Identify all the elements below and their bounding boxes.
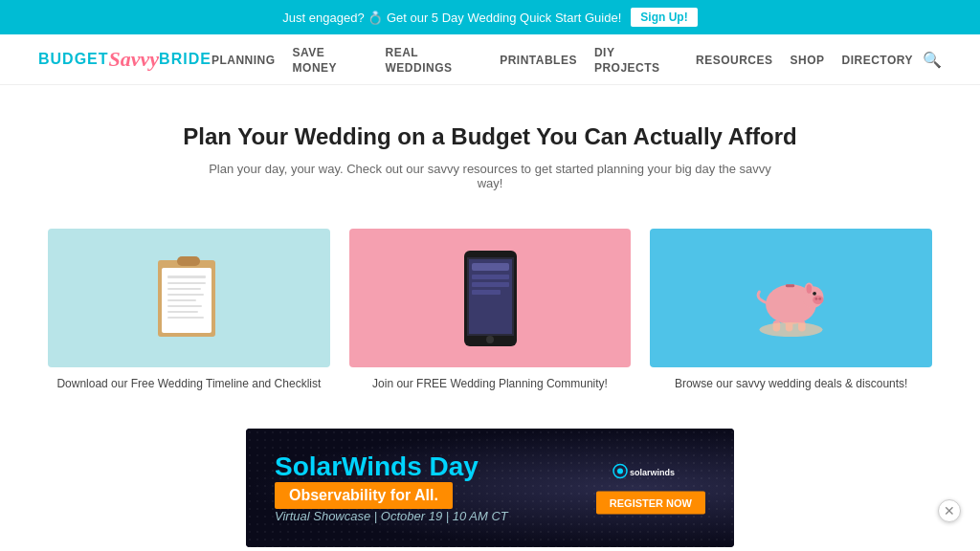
svg-point-23 [818, 298, 821, 300]
navbar: BUDGET Savvy BRIDE PLANNING SAVE MONEY R… [0, 34, 980, 85]
svg-rect-2 [177, 256, 200, 266]
close-button[interactable]: ✕ [938, 499, 961, 522]
svg-point-24 [813, 292, 816, 296]
svg-point-33 [617, 468, 623, 474]
logo-savvy: Savvy [109, 47, 160, 72]
signup-button[interactable]: Sign Up! [631, 8, 697, 27]
svg-rect-4 [167, 282, 206, 284]
card-timeline[interactable]: Download our Free Wedding Timeline and C… [48, 229, 330, 390]
card-caption-deals: Browse our savvy wedding deals & discoun… [650, 377, 932, 390]
nav-real-weddings[interactable]: REAL WEDDINGS [386, 44, 483, 75]
svg-rect-8 [167, 305, 202, 307]
card-community[interactable]: Join our FREE Wedding Planning Community… [349, 229, 632, 390]
ad-title: SolarWinds Day [275, 452, 543, 482]
card-deals[interactable]: Browse our savvy wedding deals & discoun… [650, 229, 932, 390]
nav-resources[interactable]: RESOURCES [696, 52, 773, 67]
card-image-piggybank [650, 229, 932, 367]
search-icon[interactable]: 🔍 [923, 51, 942, 69]
hero-section: Plan Your Wedding on a Budget You Can Ac… [0, 85, 980, 209]
svg-point-31 [760, 322, 823, 337]
ad-banner: Ad SolarWinds Day Observability for All.… [246, 429, 734, 547]
nav-planning[interactable]: PLANNING [212, 52, 276, 67]
card-caption-timeline: Download our Free Wedding Timeline and C… [48, 377, 330, 390]
nav-links: PLANNING SAVE MONEY REAL WEDDINGS PRINTA… [212, 44, 913, 75]
ad-register-area: solarwinds REGISTER NOW [596, 461, 705, 514]
svg-rect-9 [167, 311, 198, 313]
logo[interactable]: BUDGET Savvy BRIDE [38, 47, 212, 72]
hero-subtext: Plan your day, your way. Check out our s… [203, 162, 777, 190]
hero-heading: Plan Your Wedding on a Budget You Can Ac… [57, 123, 923, 150]
svg-rect-27 [786, 284, 794, 287]
register-button[interactable]: REGISTER NOW [596, 491, 705, 514]
svg-rect-15 [472, 275, 509, 279]
svg-rect-6 [167, 294, 204, 296]
svg-point-22 [815, 298, 818, 300]
svg-rect-16 [472, 282, 509, 287]
svg-rect-3 [167, 276, 206, 278]
svg-rect-14 [472, 263, 509, 271]
nav-directory[interactable]: DIRECTORY [842, 52, 914, 67]
svg-rect-7 [167, 299, 196, 301]
top-banner: Just engaged? 💍 Get our 5 Day Wedding Qu… [0, 0, 980, 34]
svg-rect-10 [167, 317, 204, 319]
svg-rect-5 [167, 288, 201, 290]
nav-printables[interactable]: PRINTABLES [500, 52, 577, 67]
svg-rect-17 [472, 290, 501, 295]
nav-diy-projects[interactable]: DIY PROJECTS [594, 44, 679, 75]
svg-text:solarwinds: solarwinds [630, 467, 675, 476]
svg-point-21 [813, 296, 823, 304]
nav-shop[interactable]: SHOP [790, 52, 824, 67]
card-image-phone [349, 229, 632, 367]
card-caption-community: Join our FREE Wedding Planning Community… [349, 377, 632, 390]
logo-bride: BRIDE [159, 51, 212, 68]
svg-point-26 [807, 284, 813, 293]
logo-budget: BUDGET [38, 51, 109, 68]
banner-text: Just engaged? 💍 Get our 5 Day Wedding Qu… [282, 11, 621, 25]
ad-details: Virtual Showcase | October 19 | 10 AM CT [275, 509, 543, 523]
solarwinds-logo: solarwinds [612, 461, 689, 483]
nav-save-money[interactable]: SAVE MONEY [293, 44, 368, 75]
feature-cards: Download our Free Wedding Timeline and C… [0, 209, 980, 419]
ad-subtitle: Observability for All. [275, 482, 453, 509]
card-image-clipboard [48, 229, 330, 367]
svg-point-18 [486, 336, 494, 343]
